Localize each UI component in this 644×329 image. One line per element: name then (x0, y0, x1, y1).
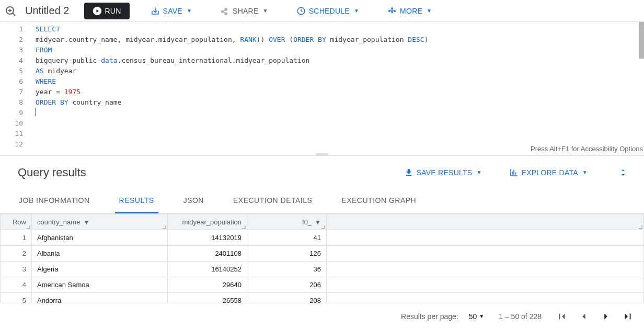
table-row[interactable]: 3Algeria1614025236 (1, 262, 644, 277)
col-Row[interactable]: Row (1, 214, 32, 230)
accessibility-hint: Press Alt+F1 for Accessibility Options (531, 144, 643, 154)
query-icon (4, 5, 17, 17)
prev-page-icon[interactable] (578, 311, 590, 322)
save-button[interactable]: SAVE ▼ (143, 3, 199, 19)
tab-execution-details[interactable]: EXECUTION DETAILS (229, 189, 316, 213)
col-f0_[interactable]: f0_▼ (247, 214, 327, 230)
results-table: Rowcountry_name▼midyear_populationf0_▼ 1… (0, 214, 644, 303)
schedule-button[interactable]: SCHEDULE ▼ (289, 3, 366, 19)
table-row[interactable]: 1Afghanistan1413201941 (1, 230, 644, 246)
results-tabs: JOB INFORMATIONRESULTSJSONEXECUTION DETA… (0, 189, 644, 214)
chevron-down-icon: ▼ (476, 169, 481, 175)
col-rest[interactable] (327, 214, 644, 230)
editor-toolbar: Untitled 2 RUN SAVE ▼ SHARE ▼ SCHEDULE ▼… (0, 0, 644, 22)
more-button[interactable]: MORE ▼ (380, 3, 439, 19)
save-results-button[interactable]: SAVE RESULTS ▼ (397, 165, 489, 180)
table-row[interactable]: 5Andorra26558208 (1, 293, 644, 303)
code-content[interactable]: SELECTmidyear.country_name, midyear.midy… (31, 22, 644, 155)
results-title: Query results (18, 166, 397, 179)
tab-execution-graph[interactable]: EXECUTION GRAPH (337, 189, 420, 213)
cursor (36, 108, 36, 116)
expand-icon[interactable] (617, 166, 629, 179)
chevron-down-icon: ▼ (263, 8, 268, 14)
per-page-select[interactable]: 50 ▼ (469, 312, 484, 321)
share-button[interactable]: SHARE ▼ (213, 3, 275, 19)
col-country_name[interactable]: country_name▼ (32, 214, 168, 230)
col-midyear_population[interactable]: midyear_population (168, 214, 247, 230)
first-page-icon[interactable] (556, 311, 568, 322)
tab-results[interactable]: RESULTS (115, 189, 158, 213)
chevron-down-icon: ▼ (479, 313, 484, 319)
svg-point-4 (391, 7, 393, 9)
tab-job-information[interactable]: JOB INFORMATION (15, 189, 94, 213)
run-button[interactable]: RUN (84, 3, 130, 19)
pagination-footer: Results per page: 50 ▼ 1 – 50 of 228 (0, 303, 644, 329)
editor-resize-handle[interactable] (316, 153, 328, 155)
svg-point-3 (391, 10, 393, 12)
results-table-area: Rowcountry_name▼midyear_populationf0_▼ 1… (0, 214, 644, 303)
explore-data-button[interactable]: EXPLORE DATA ▼ (502, 165, 595, 180)
svg-point-5 (388, 10, 390, 12)
last-page-icon[interactable] (622, 311, 634, 322)
sql-editor[interactable]: 123456789101112 SELECTmidyear.country_na… (0, 22, 644, 155)
tab-json[interactable]: JSON (179, 189, 208, 213)
tab-title: Untitled 2 (23, 5, 70, 17)
page-range: 1 – 50 of 228 (499, 312, 542, 321)
chevron-down-icon: ▼ (354, 8, 359, 14)
table-row[interactable]: 4American Samoa29640206 (1, 277, 644, 293)
table-row[interactable]: 2Albania2401108126 (1, 246, 644, 262)
per-page-label: Results per page: (401, 312, 458, 321)
line-gutter: 123456789101112 (0, 22, 31, 155)
sort-icon: ▼ (315, 219, 321, 226)
chevron-down-icon: ▼ (582, 169, 588, 175)
editor-scrollbar[interactable] (639, 22, 644, 146)
results-header: Query results SAVE RESULTS ▼ EXPLORE DAT… (0, 155, 644, 189)
next-page-icon[interactable] (600, 311, 612, 322)
chevron-down-icon: ▼ (427, 8, 432, 14)
sort-icon: ▼ (83, 219, 89, 226)
svg-point-6 (394, 10, 396, 12)
chevron-down-icon: ▼ (187, 8, 192, 14)
